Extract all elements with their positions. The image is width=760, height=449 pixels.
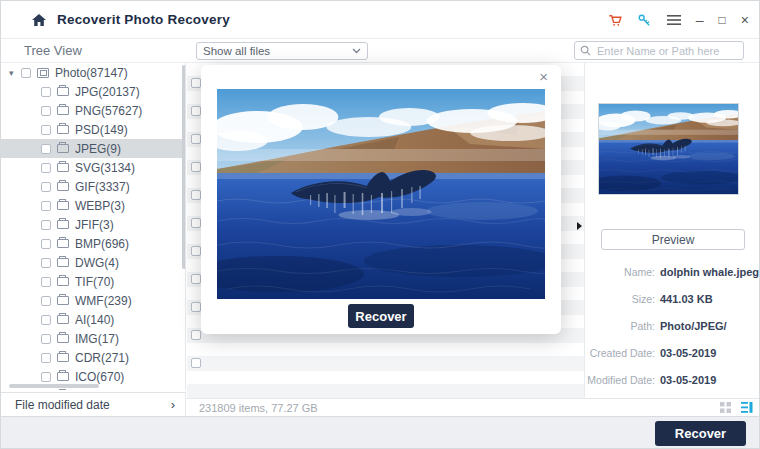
file-row-checkbox[interactable] bbox=[191, 274, 201, 284]
grid-view-icon[interactable] bbox=[720, 402, 731, 413]
tree-item-svg[interactable]: SVG(3134) bbox=[1, 158, 185, 177]
tree-item-label: GIF(3337) bbox=[75, 180, 130, 194]
search-icon bbox=[580, 45, 591, 56]
file-row-checkbox[interactable] bbox=[191, 162, 201, 172]
panel-collapse-arrow-icon[interactable] bbox=[577, 222, 582, 230]
modal-recover-button[interactable]: Recover bbox=[348, 304, 414, 328]
tree-item-gif[interactable]: GIF(3337) bbox=[1, 177, 185, 196]
file-row-checkbox[interactable] bbox=[191, 246, 201, 256]
tree-item-label: CUR(174) bbox=[75, 389, 129, 391]
tree-item-png[interactable]: PNG(57627) bbox=[1, 101, 185, 120]
home-icon[interactable] bbox=[31, 12, 47, 28]
tree-item-cdr[interactable]: CDR(271) bbox=[1, 348, 185, 367]
close-button[interactable]: × bbox=[741, 13, 749, 27]
tree-item-label: PSD(149) bbox=[75, 123, 128, 137]
tree-item-label: JFIF(3) bbox=[75, 218, 114, 232]
key-icon[interactable] bbox=[637, 13, 652, 28]
cart-icon[interactable] bbox=[607, 13, 622, 28]
tree-item-jpg[interactable]: JPG(20137) bbox=[1, 82, 185, 101]
tree-item-label: ICO(670) bbox=[75, 370, 124, 384]
checkbox[interactable] bbox=[41, 201, 51, 211]
file-row-checkbox[interactable] bbox=[191, 218, 201, 228]
list-view-icon[interactable] bbox=[741, 402, 753, 413]
folder-icon bbox=[57, 87, 69, 96]
folder-icon bbox=[57, 239, 69, 248]
status-bar: 231809 items, 77.27 GB bbox=[187, 398, 760, 416]
checkbox[interactable] bbox=[41, 163, 51, 173]
tree-item-tif[interactable]: TIF(70) bbox=[1, 272, 185, 291]
tree-item-label: Photo(87147) bbox=[55, 66, 128, 80]
checkbox[interactable] bbox=[41, 315, 51, 325]
checkbox[interactable] bbox=[41, 334, 51, 344]
tree-item-webp[interactable]: WEBP(3) bbox=[1, 196, 185, 215]
maximize-button[interactable]: □ bbox=[719, 14, 726, 26]
tree-item-label: PNG(57627) bbox=[75, 104, 142, 118]
checkbox[interactable] bbox=[41, 353, 51, 363]
folder-icon bbox=[57, 258, 69, 267]
file-row-checkbox[interactable] bbox=[191, 190, 201, 200]
recover-button[interactable]: Recover bbox=[655, 421, 746, 446]
checkbox[interactable] bbox=[41, 125, 51, 135]
file-row-checkbox[interactable] bbox=[191, 134, 201, 144]
checkbox[interactable] bbox=[41, 296, 51, 306]
tree-item-label: JPEG(9) bbox=[75, 142, 121, 156]
minimize-button[interactable]: – bbox=[696, 13, 704, 27]
checkbox[interactable] bbox=[41, 220, 51, 230]
folder-icon bbox=[57, 201, 69, 210]
tree-item-label: DWG(4) bbox=[75, 256, 119, 270]
tree-item-label: JPG(20137) bbox=[75, 85, 140, 99]
folder-icon bbox=[57, 220, 69, 229]
tree-item-wmf[interactable]: WMF(239) bbox=[1, 291, 185, 310]
file-row-checkbox[interactable] bbox=[191, 302, 201, 312]
view-toggle-icons bbox=[720, 402, 753, 413]
preview-panel: Preview Name:dolphin whale.jpeg Size:441… bbox=[585, 63, 760, 398]
preview-button[interactable]: Preview bbox=[601, 229, 745, 250]
folder-icon bbox=[57, 334, 69, 343]
tree-item-ai[interactable]: AI(140) bbox=[1, 310, 185, 329]
tree-item-label: WMF(239) bbox=[75, 294, 132, 308]
tree-item-dwg[interactable]: DWG(4) bbox=[1, 253, 185, 272]
file-filter-dropdown[interactable]: Show all files bbox=[196, 42, 368, 60]
tree-item-label: BMP(696) bbox=[75, 237, 129, 251]
checkbox[interactable] bbox=[41, 258, 51, 268]
checkbox[interactable] bbox=[41, 372, 51, 382]
tree-item-jfif[interactable]: JFIF(3) bbox=[1, 215, 185, 234]
menu-icon[interactable] bbox=[667, 14, 681, 26]
detail-row-path: Path:Photo/JPEG/ bbox=[585, 320, 760, 332]
checkbox[interactable] bbox=[41, 239, 51, 249]
tree-vertical-scrollbar[interactable] bbox=[182, 65, 186, 269]
tree-item-label: TIF(70) bbox=[75, 275, 114, 289]
folder-icon bbox=[57, 125, 69, 134]
photo-stack-icon bbox=[37, 68, 49, 78]
tree-item-psd[interactable]: PSD(149) bbox=[1, 120, 185, 139]
tree-horizontal-scrollbar[interactable] bbox=[9, 384, 99, 388]
file-row-checkbox[interactable] bbox=[191, 358, 201, 368]
file-thumbnail bbox=[598, 103, 739, 195]
modal-close-icon[interactable]: × bbox=[539, 68, 548, 85]
chevron-right-icon[interactable]: › bbox=[171, 397, 175, 412]
folder-icon bbox=[57, 353, 69, 362]
file-row-checkbox[interactable] bbox=[191, 330, 201, 340]
tree-item-img[interactable]: IMG(17) bbox=[1, 329, 185, 348]
checkbox[interactable] bbox=[41, 106, 51, 116]
app-title: Recoverit Photo Recovery bbox=[57, 12, 230, 27]
checkbox[interactable] bbox=[41, 277, 51, 287]
tree-item-jpeg[interactable]: JPEG(9) bbox=[1, 139, 185, 158]
folder-icon bbox=[57, 296, 69, 305]
file-row-checkbox[interactable] bbox=[191, 78, 201, 88]
file-row-checkbox[interactable] bbox=[191, 106, 201, 116]
tab-tree-view[interactable]: Tree View bbox=[24, 43, 82, 58]
detail-row-created: Created Date:03-05-2019 bbox=[585, 347, 760, 359]
checkbox[interactable] bbox=[41, 144, 51, 154]
checkbox[interactable] bbox=[41, 182, 51, 192]
photo-preview-modal: × Recover bbox=[201, 65, 561, 334]
checkbox[interactable] bbox=[21, 68, 31, 78]
caret-down-icon[interactable]: ▾ bbox=[9, 68, 21, 78]
file-modified-date-bar[interactable]: File modified date › bbox=[1, 392, 186, 416]
checkbox[interactable] bbox=[41, 87, 51, 97]
tree-item-photo[interactable]: ▾ Photo(87147) bbox=[1, 63, 185, 82]
toolbar: Tree View Files View Show all files bbox=[1, 39, 759, 63]
folder-icon bbox=[57, 163, 69, 172]
search-input[interactable] bbox=[595, 44, 738, 58]
tree-item-bmp[interactable]: BMP(696) bbox=[1, 234, 185, 253]
